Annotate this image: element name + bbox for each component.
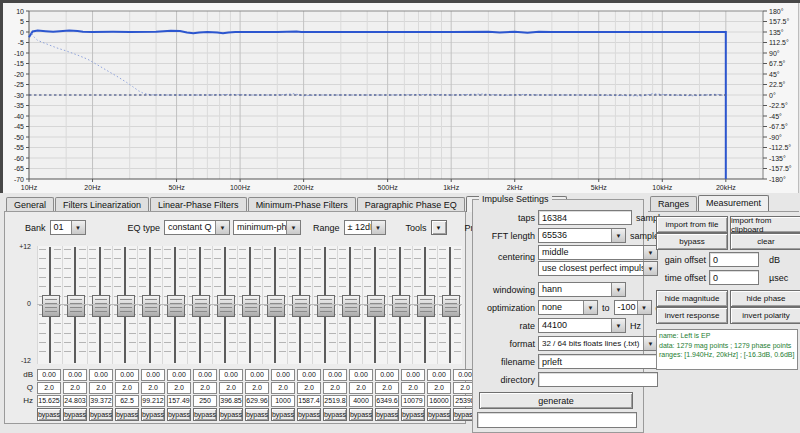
band-hz-value[interactable]: 157.49 (167, 395, 191, 407)
clear-button[interactable]: clear (730, 233, 800, 250)
tab-paragraphic-phase-eq[interactable]: Paragraphic Phase EQ (357, 197, 465, 212)
band-q-value[interactable]: 2.0 (219, 382, 243, 394)
band-q-value[interactable]: 2.0 (323, 382, 347, 394)
optimization-to-select[interactable]: -100▼ (614, 300, 652, 315)
slider-handle[interactable] (42, 295, 60, 317)
band-q-value[interactable]: 2.0 (193, 382, 217, 394)
tab-ranges[interactable]: Ranges (650, 196, 697, 211)
bypass-button[interactable]: bypass (63, 408, 87, 421)
band-q-value[interactable]: 2.0 (401, 382, 425, 394)
gain-offset-input[interactable]: 0 (709, 252, 759, 267)
bypass-button[interactable]: bypass (323, 408, 347, 421)
band-hz-value[interactable]: 250 (193, 395, 217, 407)
band-q-value[interactable]: 2.0 (89, 382, 113, 394)
bypass-button[interactable]: bypass (297, 408, 321, 421)
band-db-value[interactable]: 0.00 (375, 369, 399, 381)
tab-filters-linearization[interactable]: Filters Linearization (55, 197, 149, 212)
band-q-value[interactable]: 2.0 (349, 382, 373, 394)
bypass-button[interactable]: bypass (427, 408, 451, 421)
bypass-button[interactable]: bypass (141, 408, 165, 421)
slider-handle[interactable] (342, 295, 360, 317)
band-q-value[interactable]: 2.0 (115, 382, 139, 394)
invert-polarity-button[interactable]: invert polarity (730, 307, 800, 324)
band-db-value[interactable]: 0.00 (63, 369, 87, 381)
band-hz-value[interactable]: 1587.4 (297, 395, 321, 407)
invert-response-button[interactable]: invert response (656, 307, 728, 324)
band-db-value[interactable]: 0.00 (297, 369, 321, 381)
bank-select[interactable]: 01 ▼ (50, 220, 86, 235)
band-db-value[interactable]: 0.00 (349, 369, 373, 381)
band-db-value[interactable]: 0.00 (89, 369, 113, 381)
bypass-button[interactable]: bypass (37, 408, 61, 421)
tools-dropdown-button[interactable]: ▼ (431, 220, 447, 235)
slider-handle[interactable] (267, 295, 285, 317)
format-select[interactable]: 32 / 64 bits floats lines (.txt)▼ (538, 336, 658, 351)
slider-handle[interactable] (67, 295, 85, 317)
tab-linear-phase-filters[interactable]: Linear-Phase Filters (150, 197, 247, 212)
band-hz-value[interactable]: 629.96 (245, 395, 269, 407)
band-db-value[interactable]: 0.00 (167, 369, 191, 381)
band-db-value[interactable]: 0.00 (219, 369, 243, 381)
band-hz-value[interactable]: 99.212 (141, 395, 165, 407)
fft-length-select[interactable]: 65536▼ (538, 228, 626, 243)
band-hz-value[interactable]: 396.85 (219, 395, 243, 407)
band-hz-value[interactable]: 15.625 (37, 395, 61, 407)
slider-handle[interactable] (242, 295, 260, 317)
slider-handle[interactable] (167, 295, 185, 317)
bypass-button[interactable]: bypass (656, 233, 728, 250)
bypass-button[interactable]: bypass (89, 408, 113, 421)
band-hz-value[interactable]: 24.803 (63, 395, 87, 407)
tab-general[interactable]: General (6, 197, 54, 212)
centering-select-1[interactable]: middle▼ (538, 245, 658, 260)
band-q-value[interactable]: 2.0 (37, 382, 61, 394)
band-db-value[interactable]: 0.00 (271, 369, 295, 381)
slider-handle[interactable] (192, 295, 210, 317)
bypass-button[interactable]: bypass (193, 408, 217, 421)
band-hz-value[interactable]: 4000 (349, 395, 373, 407)
optimization-select[interactable]: none▼ (538, 300, 598, 315)
eq-type-select[interactable]: constant Q ▼ (164, 220, 230, 235)
band-q-value[interactable]: 2.0 (167, 382, 191, 394)
bypass-button[interactable]: bypass (401, 408, 425, 421)
band-db-value[interactable]: 0.00 (401, 369, 425, 381)
phase-mode-select[interactable]: minimum-phase ▼ (233, 220, 301, 235)
slider-handle[interactable] (292, 295, 310, 317)
slider-handle[interactable] (217, 295, 235, 317)
centering-select-2[interactable]: use closest perfect impulse▼ (538, 261, 658, 276)
windowing-select[interactable]: hann▼ (538, 282, 626, 297)
generate-button[interactable]: generate (479, 392, 633, 409)
bypass-button[interactable]: bypass (349, 408, 373, 421)
band-q-value[interactable]: 2.0 (141, 382, 165, 394)
range-select[interactable]: ± 12dB ▼ (344, 220, 386, 235)
tab-minimum-phase-filters[interactable]: Minimum-Phase Filters (248, 197, 356, 212)
import-from-file-button[interactable]: import from file (656, 216, 728, 233)
slider-handle[interactable] (367, 295, 385, 317)
hide-magnitude-button[interactable]: hide magnitude (656, 290, 728, 307)
slider-handle[interactable] (142, 295, 160, 317)
import-from-clipboard-button[interactable]: import from clipboard (730, 216, 800, 233)
slider-handle[interactable] (117, 295, 135, 317)
bypass-button[interactable]: bypass (219, 408, 243, 421)
band-q-value[interactable]: 2.0 (271, 382, 295, 394)
bypass-button[interactable]: bypass (271, 408, 295, 421)
hide-phase-button[interactable]: hide phase (730, 290, 800, 307)
slider-handle[interactable] (317, 295, 335, 317)
band-db-value[interactable]: 0.00 (193, 369, 217, 381)
slider-handle[interactable] (442, 295, 460, 317)
band-hz-value[interactable]: 10079 (401, 395, 425, 407)
band-q-value[interactable]: 2.0 (245, 382, 269, 394)
band-db-value[interactable]: 0.00 (115, 369, 139, 381)
time-offset-input[interactable]: 0 (709, 270, 759, 285)
slider-handle[interactable] (92, 295, 110, 317)
band-hz-value[interactable]: 62.5 (115, 395, 139, 407)
band-db-value[interactable]: 0.00 (323, 369, 347, 381)
tab-measurement[interactable]: Measurement (698, 195, 769, 211)
bypass-button[interactable]: bypass (375, 408, 399, 421)
taps-input[interactable]: 16384 (538, 210, 632, 225)
band-hz-value[interactable]: 39.372 (89, 395, 113, 407)
band-q-value[interactable]: 2.0 (297, 382, 321, 394)
band-db-value[interactable]: 0.00 (37, 369, 61, 381)
band-hz-value[interactable]: 6349.6 (375, 395, 399, 407)
band-hz-value[interactable]: 16000 (427, 395, 451, 407)
band-db-value[interactable]: 0.00 (245, 369, 269, 381)
